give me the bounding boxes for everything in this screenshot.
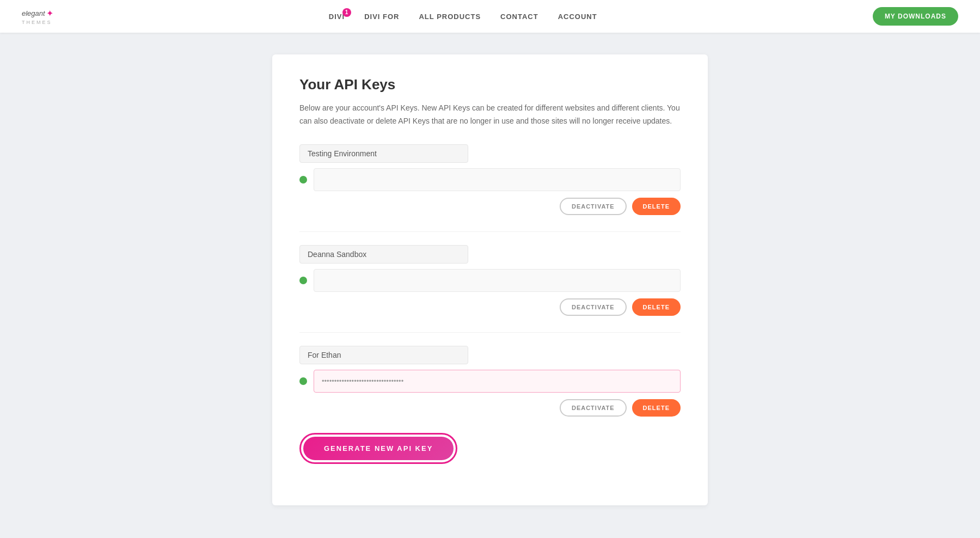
api-key-field-2[interactable] — [314, 269, 681, 292]
section-description: Below are your account's API Keys. New A… — [299, 102, 681, 128]
api-key-field-3[interactable] — [314, 370, 681, 393]
divider-1 — [299, 231, 681, 232]
api-key-actions-1: DEACTIVATE DELETE — [299, 198, 681, 215]
navbar: elegant ✦ themes DIVI 1 DIVI FOR ALL PRO… — [0, 0, 980, 33]
api-key-row-3 — [299, 370, 681, 393]
nav-divi[interactable]: DIVI 1 — [329, 13, 345, 21]
delete-button-1[interactable]: DELETE — [632, 198, 681, 215]
nav-links: DIVI 1 DIVI FOR ALL PRODUCTS CONTACT ACC… — [329, 13, 597, 21]
content-card: Your API Keys Below are your account's A… — [272, 54, 708, 505]
nav-divi-for[interactable]: DIVI FOR — [364, 13, 399, 21]
api-key-block-3: DEACTIVATE DELETE — [299, 346, 681, 417]
delete-button-2[interactable]: DELETE — [632, 298, 681, 316]
status-dot-2 — [299, 277, 307, 284]
deactivate-button-2[interactable]: DEACTIVATE — [560, 298, 627, 316]
nav-account[interactable]: ACCOUNT — [558, 13, 597, 21]
logo-themes-text: themes — [22, 20, 52, 25]
generate-button-wrapper: GENERATE NEW API KEY — [299, 433, 681, 464]
logo-star-icon: ✦ — [46, 8, 53, 19]
api-key-name-3[interactable] — [299, 346, 468, 364]
site-logo: elegant ✦ themes — [22, 8, 53, 25]
page-title: Your API Keys — [299, 76, 681, 93]
deactivate-button-3[interactable]: DEACTIVATE — [560, 399, 627, 417]
delete-button-3[interactable]: DELETE — [632, 399, 681, 417]
api-key-name-2[interactable] — [299, 245, 468, 264]
status-dot-3 — [299, 377, 307, 385]
api-key-row-2 — [299, 269, 681, 292]
api-key-actions-3: DEACTIVATE DELETE — [299, 399, 681, 417]
my-downloads-button[interactable]: MY DOWNLOADS — [873, 7, 958, 26]
deactivate-button-1[interactable]: DEACTIVATE — [560, 198, 627, 215]
api-key-block-1: DEACTIVATE DELETE — [299, 144, 681, 215]
generate-api-key-button[interactable]: GENERATE NEW API KEY — [303, 437, 454, 460]
status-dot-1 — [299, 176, 307, 184]
nav-all-products[interactable]: ALL PRODUCTS — [419, 13, 481, 21]
api-key-row-1 — [299, 168, 681, 191]
divi-badge: 1 — [342, 8, 351, 17]
generate-button-outer: GENERATE NEW API KEY — [299, 433, 457, 464]
divider-2 — [299, 332, 681, 333]
api-key-field-1[interactable] — [314, 168, 681, 191]
nav-right: MY DOWNLOADS — [873, 7, 958, 26]
api-key-block-2: DEACTIVATE DELETE — [299, 245, 681, 316]
nav-contact[interactable]: CONTACT — [500, 13, 538, 21]
logo-elegant-text: elegant — [22, 9, 45, 17]
api-key-name-1[interactable] — [299, 144, 468, 163]
api-key-actions-2: DEACTIVATE DELETE — [299, 298, 681, 316]
page-wrapper: Your API Keys Below are your account's A… — [0, 33, 980, 538]
